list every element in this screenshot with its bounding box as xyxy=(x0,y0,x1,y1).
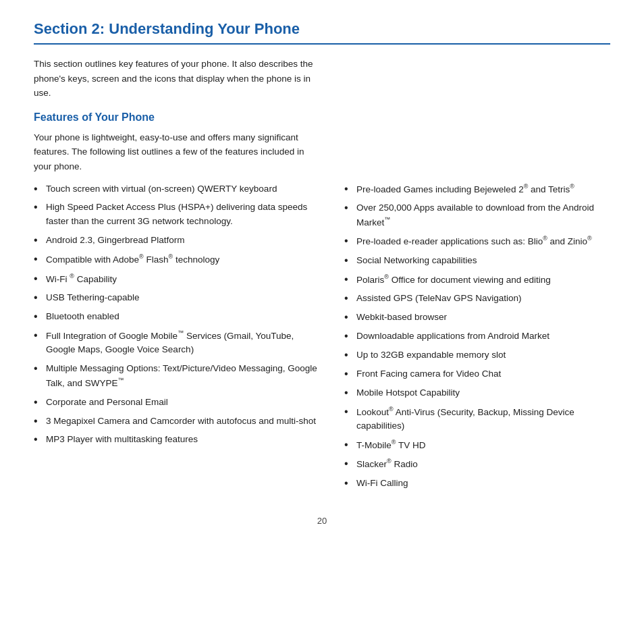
list-item: Android 2.3, Gingerbread Platform xyxy=(34,234,324,248)
features-heading: Features of Your Phone xyxy=(34,111,610,124)
section-title: Section 2: Understanding Your Phone xyxy=(34,20,610,45)
list-item: Pre-loaded e-reader applications such as… xyxy=(344,234,610,248)
list-item: 3 Megapixel Camera and Camcorder with au… xyxy=(34,414,324,429)
list-item: Wi-Fi ® Capability xyxy=(34,272,324,286)
list-item: Multiple Messaging Options: Text/Picture… xyxy=(34,362,324,390)
list-item: Webkit-based browser xyxy=(344,311,610,325)
two-column-layout: Touch screen with virtual (on-screen) QW… xyxy=(34,182,610,495)
right-feature-list: Pre-loaded Games including Bejeweled 2® … xyxy=(344,182,610,491)
list-item: Bluetooth enabled xyxy=(34,310,324,324)
list-item: Downloadable applications from Android M… xyxy=(344,329,610,344)
list-item: Pre-loaded Games including Bejeweled 2® … xyxy=(344,182,610,196)
list-item: Touch screen with virtual (on-screen) QW… xyxy=(34,182,324,196)
list-item: Over 250,000 Apps available to download … xyxy=(344,201,610,230)
intro-paragraph: This section outlines key features of yo… xyxy=(34,57,317,101)
left-feature-list: Touch screen with virtual (on-screen) QW… xyxy=(34,182,324,448)
list-item: Full Integration of Google Mobile™ Servi… xyxy=(34,329,324,357)
list-item: Slacker® Radio xyxy=(344,457,610,471)
page-container: Section 2: Understanding Your Phone This… xyxy=(0,0,644,553)
page-number: 20 xyxy=(34,516,610,526)
list-item: Polaris® Office for document viewing and… xyxy=(344,273,610,287)
list-item: Front Facing camera for Video Chat xyxy=(344,367,610,381)
list-item: Mobile Hotspot Capability xyxy=(344,386,610,400)
left-column: Touch screen with virtual (on-screen) QW… xyxy=(34,182,324,452)
list-item: High Speed Packet Access Plus (HSPA+) de… xyxy=(34,200,324,229)
list-item: USB Tethering-capable xyxy=(34,291,324,305)
list-item: Compatible with Adobe® Flash® technology xyxy=(34,252,324,267)
list-item: MP3 Player with multitasking features xyxy=(34,433,324,447)
features-intro: Your phone is lightweight, easy-to-use a… xyxy=(34,130,317,174)
list-item: Lookout® Anti-Virus (Security, Backup, M… xyxy=(344,405,610,433)
list-item: Assisted GPS (TeleNav GPS Navigation) xyxy=(344,292,610,306)
list-item: Up to 32GB expandable memory slot xyxy=(344,348,610,363)
right-column: Pre-loaded Games including Bejeweled 2® … xyxy=(344,182,610,495)
list-item: Corporate and Personal Email xyxy=(34,396,324,410)
list-item: T-Mobile® TV HD xyxy=(344,438,610,452)
list-item: Wi-Fi Calling xyxy=(344,477,610,491)
list-item: Social Networking capabilities xyxy=(344,254,610,268)
